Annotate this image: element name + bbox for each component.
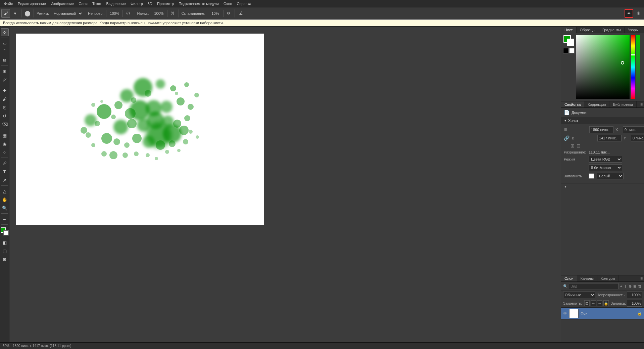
color-gradient-picker[interactable] <box>576 35 630 99</box>
menu-filter[interactable]: Фильтр <box>129 1 145 6</box>
max-pressure-btn[interactable]: ⟨/⟩ <box>168 9 177 18</box>
layers-add-effect-btn[interactable]: Ʈ <box>624 283 627 290</box>
canvas-height-input[interactable] <box>597 135 622 141</box>
menu-plugins[interactable]: Подключаемые модули <box>177 1 221 6</box>
tab-paths[interactable]: Контуры <box>597 275 619 281</box>
history-brush-tool[interactable]: ↺ <box>1 112 9 120</box>
menu-selection[interactable]: Выделение <box>104 1 128 6</box>
artboard-btn[interactable]: ⊞ <box>1 255 9 263</box>
layers-group-btn[interactable]: ⊞ <box>633 283 637 290</box>
menu-3d[interactable]: 3D <box>146 1 154 6</box>
lock-paint-btn[interactable]: ✏ <box>591 300 596 306</box>
layer-mode-select[interactable]: Обычные <box>563 292 595 298</box>
zoom-tool[interactable]: 🔍 <box>1 204 9 212</box>
canvas-x-input[interactable] <box>623 126 644 133</box>
layer-item-background[interactable]: 👁 Фон 🔒 <box>561 308 644 319</box>
lock-all-btn[interactable]: 🔒 <box>603 300 609 306</box>
brush-tool-btn[interactable]: 🖌 <box>1 9 10 18</box>
pressure-size-btn[interactable]: ✒ <box>625 9 633 18</box>
bit-depth-select[interactable]: 8 бит/канал <box>589 164 622 171</box>
layer-visibility-eye[interactable]: 👁 <box>563 311 567 316</box>
document-tab[interactable]: Без имени-1 @ 50% (RGB/8) ✕ <box>1 20 62 27</box>
black-swatch[interactable] <box>563 48 568 53</box>
canvas-area[interactable] <box>9 27 561 342</box>
fg-bg-swatches[interactable] <box>563 35 574 46</box>
canvas-section-header[interactable]: ▼ Холст <box>561 117 644 124</box>
menu-help[interactable]: Справка <box>235 1 253 6</box>
tab-color[interactable]: Цвет <box>561 27 577 33</box>
color-mode-select[interactable]: Цвета RGB <box>589 156 622 163</box>
canvas-y-input[interactable] <box>631 135 644 141</box>
layers-new-btn[interactable]: + <box>620 283 623 290</box>
menu-window[interactable]: Окно <box>221 1 234 6</box>
blur-tool[interactable]: ◉ <box>1 140 9 148</box>
angle-btn[interactable]: ∠ <box>237 9 245 18</box>
move-tool[interactable]: ⊹ <box>1 28 9 36</box>
tab-channels[interactable]: Каналы <box>577 275 597 281</box>
layer-fill-input[interactable] <box>627 300 642 307</box>
clone-tool[interactable]: ⎘ <box>1 103 9 112</box>
tab-adjustments[interactable]: Коррекция <box>584 101 609 107</box>
tab-gradients[interactable]: Градиенты <box>599 27 625 33</box>
layer-opacity-input[interactable] <box>627 292 642 298</box>
eraser-tool[interactable]: ⌫ <box>1 120 9 128</box>
eyedropper-tool[interactable]: 🖊 <box>1 76 9 84</box>
more-tools-btn[interactable]: ••• <box>1 215 9 223</box>
smoothing-input[interactable] <box>207 10 224 17</box>
opacity-input[interactable] <box>106 10 123 17</box>
brush-preset-btn[interactable]: ⬤ <box>23 9 32 18</box>
hue-bar[interactable] <box>631 35 635 99</box>
layers-search-input[interactable] <box>569 283 618 289</box>
brush-scatter-btn[interactable]: ✳ <box>634 9 643 18</box>
menu-edit[interactable]: Редактирование <box>16 1 48 6</box>
fg-bg-color[interactable] <box>1 227 9 235</box>
tab-close-btn[interactable]: ✕ <box>56 21 59 25</box>
white-swatch[interactable] <box>569 48 575 53</box>
brush-tool[interactable]: 🖌 <box>1 95 9 103</box>
alpha-bar[interactable] <box>636 35 640 99</box>
layers-panel-collapse-btn[interactable]: ≡ <box>639 275 644 281</box>
menu-layers[interactable]: Слои <box>77 1 90 6</box>
fill-select[interactable]: Белый <box>597 173 624 179</box>
marquee-tool[interactable]: ▭ <box>1 39 9 47</box>
canvas[interactable] <box>16 34 264 225</box>
lasso-tool[interactable]: ⌒ <box>1 48 9 56</box>
shape-tool[interactable]: △ <box>1 187 9 195</box>
quick-mask-btn[interactable]: ◧ <box>1 238 9 247</box>
tab-patterns[interactable]: Узоры <box>625 27 642 33</box>
object-select-tool[interactable]: ⊡ <box>1 56 9 64</box>
canvas-size-icon1[interactable]: ⊞ <box>571 143 575 148</box>
tab-layers[interactable]: Слои <box>561 275 577 281</box>
smoothing-options-btn[interactable]: ⚙ <box>224 9 233 18</box>
max-input[interactable] <box>151 10 167 17</box>
menu-image[interactable]: Изображение <box>49 1 76 6</box>
opacity-pressure-btn[interactable]: ⟨/⟩ <box>123 9 132 18</box>
crop-tool[interactable]: ⊞ <box>1 67 9 75</box>
background-color-swatch[interactable] <box>567 39 574 46</box>
props-collapse-arrow[interactable]: ▼ <box>564 185 567 188</box>
blend-mode-select[interactable]: Нормальный <box>51 10 83 17</box>
props-panel-collapse-btn[interactable]: ≡ <box>639 101 644 107</box>
lock-pixels-btn[interactable]: ⊡ <box>584 300 590 306</box>
bg-color[interactable] <box>3 230 9 235</box>
pen-tool[interactable]: 🖋 <box>1 159 9 167</box>
canvas-width-input[interactable] <box>589 126 613 133</box>
menu-text[interactable]: Текст <box>90 1 104 6</box>
tab-swatches[interactable]: Образцы <box>577 27 599 33</box>
lock-move-btn[interactable]: ↔ <box>597 300 602 306</box>
color-panel-collapse-btn[interactable]: ≡ <box>642 27 644 33</box>
fill-color-swatch[interactable] <box>589 173 594 179</box>
path-select-tool[interactable]: ↗ <box>1 176 9 184</box>
menu-view[interactable]: Просмотр <box>155 1 176 6</box>
hand-tool[interactable]: ✋ <box>1 195 9 204</box>
text-tool[interactable]: T <box>1 168 9 176</box>
menu-file[interactable]: Файл <box>2 1 15 6</box>
layers-delete-btn[interactable]: 🗑 <box>638 283 642 290</box>
layers-mask-btn[interactable]: ⊕ <box>628 283 632 290</box>
screen-mode-btn[interactable]: ▢ <box>1 247 9 255</box>
brush-options-btn[interactable]: ▼ <box>11 9 19 18</box>
healing-tool[interactable]: ✚ <box>1 87 9 95</box>
tab-properties[interactable]: Свойства <box>561 101 584 107</box>
dodge-tool[interactable]: ○ <box>1 148 9 156</box>
gradient-tool[interactable]: ▦ <box>1 131 9 139</box>
